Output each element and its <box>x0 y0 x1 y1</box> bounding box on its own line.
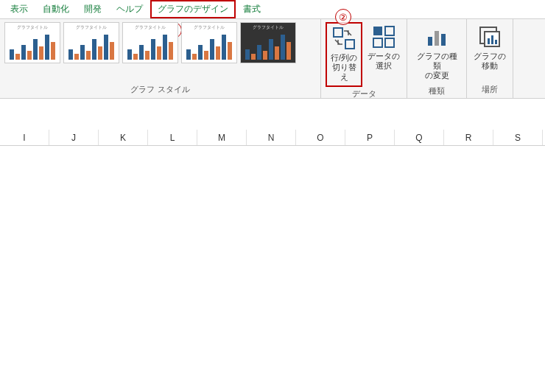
button-label: データの <box>368 52 400 61</box>
ribbon-group-data: 行/列の 切り替え データの 選択 データ <box>321 19 407 98</box>
column-header[interactable]: I <box>0 130 49 145</box>
button-label: 行/列の <box>331 53 357 63</box>
move-chart-icon <box>478 25 502 49</box>
select-data-icon <box>372 25 395 49</box>
chart-style-thumbnail[interactable]: グラフタイトル <box>122 22 178 63</box>
tab-chart-design[interactable]: グラフのデザイン <box>150 0 236 18</box>
ribbon-group-label: 種類 <box>412 84 462 98</box>
svg-rect-11 <box>488 38 490 44</box>
column-headers: IJKLMNOPQRS <box>0 130 545 146</box>
button-label: 選択 <box>376 61 392 71</box>
switch-row-column-button[interactable]: 行/列の 切り替え <box>326 22 362 87</box>
column-header[interactable]: R <box>444 130 493 145</box>
ribbon-group-type: グラフの種類 の変更 種類 <box>407 19 467 98</box>
tab-view[interactable]: 表示 <box>3 0 35 18</box>
svg-rect-6 <box>428 37 432 46</box>
ribbon-group-label: データ <box>326 87 402 101</box>
chart-style-thumbnail[interactable]: グラフタイトル <box>4 22 60 63</box>
svg-rect-13 <box>495 40 497 44</box>
svg-rect-12 <box>491 35 493 44</box>
svg-rect-0 <box>334 28 342 37</box>
svg-rect-3 <box>385 27 394 35</box>
tab-help[interactable]: ヘルプ <box>109 0 150 18</box>
column-header[interactable]: L <box>148 130 197 145</box>
ribbon-group-location: グラフの 移動 場所 <box>467 19 513 98</box>
chart-style-thumbnail[interactable]: グラフタイトル <box>181 22 237 63</box>
switch-row-col-icon <box>332 27 356 50</box>
column-header[interactable]: N <box>247 130 296 145</box>
chart-style-thumbnail[interactable]: グラフタイトル <box>240 22 296 63</box>
move-chart-button[interactable]: グラフの 移動 <box>471 22 508 74</box>
select-data-button[interactable]: データの 選択 <box>365 22 402 74</box>
button-label: 移動 <box>482 61 498 71</box>
ribbon: ① ② グラフタイトル グラフタイトル グラフタイトル <box>0 19 545 99</box>
svg-rect-7 <box>435 31 439 46</box>
chart-style-thumbnail[interactable]: グラフタイトル <box>63 22 119 63</box>
svg-rect-1 <box>345 40 354 49</box>
button-label: グラフの種類 <box>413 52 460 71</box>
callout-2: ② <box>335 9 351 25</box>
ribbon-group-label: 場所 <box>471 83 508 97</box>
change-chart-type-button[interactable]: グラフの種類 の変更 <box>412 22 462 84</box>
ribbon-group-label: グラフ スタイル <box>4 83 316 97</box>
column-header[interactable]: S <box>493 130 543 145</box>
tab-developer[interactable]: 開発 <box>77 0 109 18</box>
column-header[interactable]: J <box>49 130 99 145</box>
column-header[interactable]: O <box>296 130 345 145</box>
tab-format[interactable]: 書式 <box>236 0 268 18</box>
worksheet[interactable]: IJKLMNOPQRS グラフ タイトル 0100200300400500600… <box>0 130 545 146</box>
tab-automate[interactable]: 自動化 <box>35 0 77 18</box>
column-header[interactable]: Q <box>395 130 444 145</box>
tab-bar: 表示 自動化 開発 ヘルプ グラフのデザイン 書式 <box>0 0 545 19</box>
button-label: 切り替え <box>328 63 359 82</box>
svg-rect-4 <box>373 38 382 47</box>
button-label: グラフの <box>474 52 506 61</box>
column-header[interactable]: M <box>197 130 247 145</box>
ribbon-group-chart-styles: グラフタイトル グラフタイトル グラフタイトル グラ <box>0 19 321 98</box>
column-header[interactable]: P <box>345 130 395 145</box>
svg-rect-5 <box>385 38 394 47</box>
button-label: の変更 <box>425 71 449 80</box>
column-header[interactable]: K <box>99 130 148 145</box>
svg-rect-8 <box>441 34 446 46</box>
svg-rect-2 <box>373 27 382 35</box>
change-chart-type-icon <box>425 25 449 49</box>
